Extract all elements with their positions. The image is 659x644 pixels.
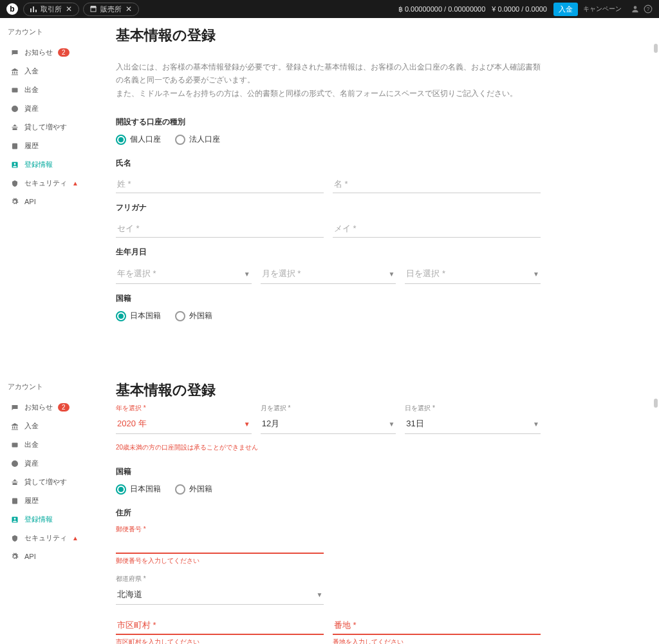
store-icon — [90, 6, 97, 12]
profile-icon — [10, 515, 19, 524]
chevron-down-icon: ▼ — [244, 270, 250, 278]
chevron-down-icon: ▼ — [533, 421, 539, 428]
plus-icon: ✕ — [125, 5, 132, 14]
sidebar-item-deposit[interactable]: 入金 — [8, 417, 95, 435]
radio-jp-national[interactable]: 日本国籍 — [116, 484, 161, 495]
sidebar-item-history[interactable]: 履歴 — [8, 491, 95, 510]
sidebar-item-api[interactable]: API — [8, 193, 95, 211]
radio-foreign-national[interactable]: 外国籍 — [175, 484, 212, 495]
warning-icon: ▲ — [72, 180, 79, 187]
sidebar-item-withdraw[interactable]: 出金 — [8, 80, 95, 99]
radio-foreign-national[interactable]: 外国籍 — [175, 310, 212, 321]
chart-icon — [30, 6, 37, 12]
section-dob: 生年月日 — [116, 247, 541, 258]
year-label: 年を選択 * — [116, 404, 252, 413]
sidebar: アカウント お知らせ 2 入金 出金 資産 貸して増やす 履歴 登録情報 — [0, 18, 103, 373]
lastname-kana-input[interactable] — [116, 220, 324, 238]
gear-icon — [10, 552, 19, 561]
deposit-button[interactable]: 入金 — [553, 3, 578, 16]
nav-sales[interactable]: 販売所 ✕ — [83, 3, 139, 16]
sidebar-item-history[interactable]: 履歴 — [8, 137, 95, 155]
nav-label: 取引所 — [41, 5, 62, 14]
postal-input[interactable] — [116, 535, 324, 554]
scrollbar-thumb[interactable] — [654, 44, 658, 53]
svg-text:?: ? — [647, 6, 650, 12]
lower-panel: アカウント お知らせ2 入金 出金 資産 貸して増やす 履歴 登録情報 セキュリ… — [0, 373, 659, 644]
day-select[interactable]: 31日▼ — [405, 414, 541, 434]
upper-panel: アカウント お知らせ 2 入金 出金 資産 貸して増やす 履歴 登録情報 — [0, 18, 659, 373]
firstname-kana-input[interactable] — [333, 220, 541, 238]
sidebar-item-profile[interactable]: 登録情報 — [8, 155, 95, 174]
history-icon — [10, 142, 19, 151]
radio-personal[interactable]: 個人口座 — [116, 134, 161, 145]
svg-rect-7 — [12, 88, 18, 92]
sidebar-item-lend[interactable]: 貸して増やす — [8, 118, 95, 137]
month-label: 月を選択 * — [261, 404, 396, 413]
svg-rect-12 — [12, 498, 17, 504]
gear-icon — [10, 197, 19, 206]
svg-rect-8 — [12, 143, 17, 149]
sidebar-item-label: 出金 — [24, 85, 39, 95]
sidebar-item-profile[interactable]: 登録情報 — [8, 510, 95, 529]
section-name: 氏名 — [116, 158, 541, 169]
sidebar-item-label: セキュリティ — [24, 178, 67, 188]
sidebar-item-label: 資産 — [24, 104, 39, 113]
notice-badge: 2 — [58, 48, 70, 57]
withdraw-icon — [10, 440, 19, 450]
shield-icon — [10, 179, 19, 188]
sidebar-item-label: お知らせ — [24, 48, 53, 57]
postal-error: 郵便番号を入力してください — [116, 556, 324, 565]
lastname-input[interactable] — [116, 175, 324, 193]
banchi-input[interactable] — [333, 616, 541, 635]
section-nationality: 国籍 — [116, 293, 541, 304]
message-icon — [10, 403, 19, 412]
year-select[interactable]: 年を選択 *▼ — [116, 264, 252, 284]
radio-jp-national[interactable]: 日本国籍 — [116, 310, 161, 321]
day-select[interactable]: 日を選択 *▼ — [405, 264, 541, 284]
svg-rect-11 — [12, 442, 18, 447]
prefecture-select[interactable]: 北海道▼ — [116, 585, 324, 605]
month-select[interactable]: 月を選択 *▼ — [261, 264, 396, 284]
sidebar-item-assets[interactable]: 資産 — [8, 99, 95, 118]
sidebar-title: アカウント — [8, 27, 95, 37]
sidebar-item-api[interactable]: API — [8, 547, 95, 565]
sidebar-item-label: 登録情報 — [24, 160, 53, 169]
city-error: 市区町村を入力してください — [116, 638, 324, 644]
message-icon — [10, 48, 19, 57]
svg-rect-3 — [91, 8, 96, 12]
sidebar-title: アカウント — [8, 382, 95, 392]
bank-icon — [10, 67, 19, 76]
sidebar-item-security[interactable]: セキュリティ▲ — [8, 529, 95, 547]
section-account-type: 開設する口座の種別 — [116, 117, 541, 128]
firstname-input[interactable] — [333, 175, 541, 193]
sidebar-item-notice[interactable]: お知らせ 2 — [8, 43, 95, 62]
intro-text: 入出金には、お客様の基本情報登録が必要です。登録された基本情報は、お客様の入出金… — [116, 61, 541, 100]
sidebar-item-notice[interactable]: お知らせ2 — [8, 398, 95, 417]
sidebar-item-lend[interactable]: 貸して増やす — [8, 473, 95, 491]
year-select[interactable]: 2020 年▼ — [116, 414, 252, 434]
svg-rect-2 — [35, 10, 37, 12]
sidebar-item-withdraw[interactable]: 出金 — [8, 435, 95, 454]
logo[interactable]: b — [6, 3, 18, 15]
month-select[interactable]: 12月▼ — [261, 414, 396, 434]
campaign-link[interactable]: キャンペーン — [583, 5, 622, 14]
pie-icon — [10, 104, 19, 113]
jpy-balance: ¥ 0.0000 / 0.0000 — [492, 5, 547, 13]
chevron-down-icon: ▼ — [388, 270, 394, 278]
section-address: 住所 — [116, 507, 541, 518]
sidebar-item-security[interactable]: セキュリティ ▲ — [8, 174, 95, 193]
user-icon[interactable] — [631, 5, 640, 14]
city-input[interactable] — [116, 616, 324, 635]
sidebar-item-deposit[interactable]: 入金 — [8, 62, 95, 80]
scrollbar-thumb[interactable] — [654, 399, 658, 408]
help-icon[interactable]: ? — [644, 5, 653, 14]
sidebar-item-assets[interactable]: 資産 — [8, 454, 95, 473]
radio-corporate[interactable]: 法人口座 — [175, 134, 220, 145]
history-icon — [10, 497, 19, 506]
nav-exchange[interactable]: 取引所 ✕ — [23, 3, 79, 16]
section-nationality: 国籍 — [116, 466, 541, 477]
banchi-error: 番地を入力してください — [333, 638, 541, 644]
topbar: b 取引所 ✕ 販売所 ✕ ฿ 0.00000000 / 0.00000000 … — [0, 0, 659, 18]
profile-icon — [10, 160, 19, 169]
warning-icon: ▲ — [72, 535, 79, 542]
